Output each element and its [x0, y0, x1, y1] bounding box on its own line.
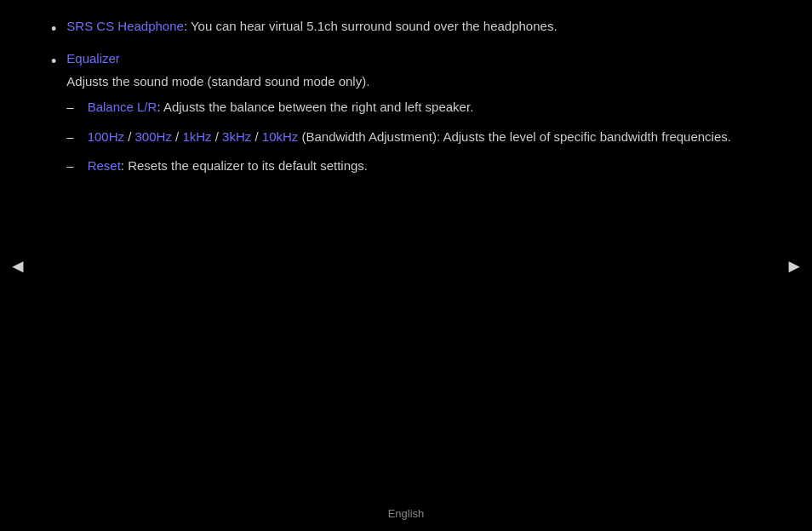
- freq-3khz: 3kHz: [222, 129, 251, 144]
- content-area: • SRS CS Headphone: You can hear virtual…: [43, 0, 769, 497]
- item1-colon: :: [184, 19, 191, 33]
- list-item: • SRS CS Headphone: You can hear virtual…: [51, 17, 761, 41]
- left-arrow-icon: ◄: [9, 255, 27, 277]
- freq-1khz: 1kHz: [182, 129, 211, 144]
- dash-icon: –: [66, 157, 73, 176]
- sub-list: – Balance L/R: Adjusts the balance betwe…: [66, 98, 761, 176]
- sub-list-item: – Balance L/R: Adjusts the balance betwe…: [66, 98, 761, 117]
- balance-colon: :: [157, 100, 163, 114]
- freq-sep4: /: [251, 129, 262, 144]
- right-arrow-icon: ►: [785, 255, 803, 277]
- freq-sep2: /: [172, 129, 183, 144]
- item1-content: SRS CS Headphone: You can hear virtual 5…: [66, 17, 761, 37]
- reset-colon: :: [121, 158, 128, 173]
- freq-300hz: 300Hz: [135, 129, 172, 144]
- main-list: • SRS CS Headphone: You can hear virtual…: [51, 17, 761, 195]
- balance-content: Balance L/R: Adjusts the balance between…: [88, 98, 761, 117]
- freq-sep1: /: [124, 129, 135, 144]
- footer: English: [0, 497, 812, 531]
- frequency-content: 100Hz / 300Hz / 1kHz / 3kHz / 10kHz (Ban…: [88, 128, 761, 147]
- reset-content: Reset: Resets the equalizer to its defau…: [88, 157, 761, 176]
- freq-description: (Bandwidth Adjustment): Adjusts the leve…: [298, 129, 731, 144]
- sub-list-item: – 100Hz / 300Hz / 1kHz / 3kHz / 10kHz (B…: [66, 128, 761, 147]
- nav-left-button[interactable]: ◄: [9, 252, 27, 280]
- equalizer-term: Equalizer: [66, 51, 120, 66]
- language-label: English: [388, 505, 425, 522]
- dash-icon: –: [66, 98, 73, 117]
- freq-100hz: 100Hz: [88, 129, 124, 144]
- nav-right-button[interactable]: ►: [785, 252, 803, 280]
- bullet-dot: •: [51, 18, 56, 41]
- balance-term: Balance L/R: [88, 100, 157, 114]
- balance-description: Adjusts the balance between the right an…: [163, 100, 473, 114]
- item1-description: You can hear virtual 5.1ch surround soun…: [191, 19, 558, 33]
- dash-icon: –: [66, 128, 73, 147]
- bullet-dot: •: [51, 50, 56, 73]
- freq-10khz: 10kHz: [262, 129, 299, 144]
- freq-sep3: /: [212, 129, 223, 144]
- reset-description: Resets the equalizer to its default sett…: [128, 158, 368, 173]
- list-item: • Equalizer Adjusts the sound mode (stan…: [51, 49, 761, 186]
- srs-cs-headphone-term: SRS CS Headphone: [66, 19, 184, 33]
- sub-list-item: – Reset: Resets the equalizer to its def…: [66, 157, 761, 176]
- item2-content: Equalizer Adjusts the sound mode (standa…: [66, 49, 761, 186]
- equalizer-description: Adjusts the sound mode (standard sound m…: [66, 72, 761, 92]
- reset-term: Reset: [88, 158, 121, 173]
